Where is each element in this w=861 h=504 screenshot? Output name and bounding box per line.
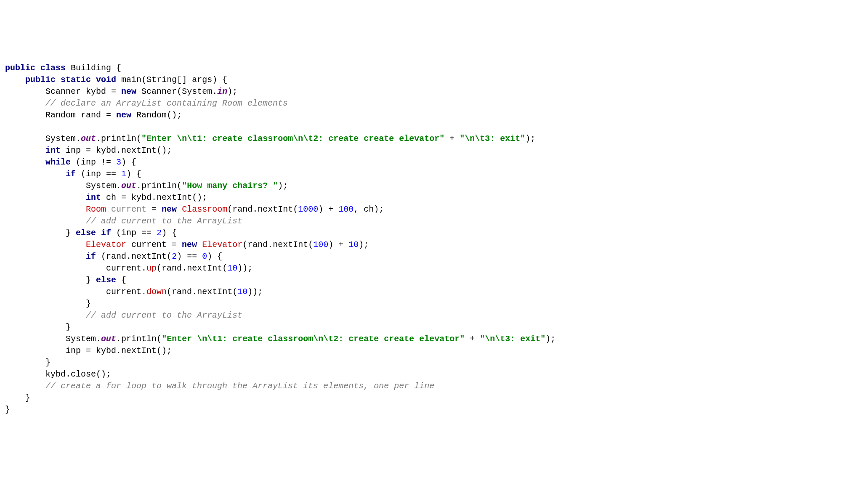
keyword: public xyxy=(5,63,35,73)
method: close xyxy=(71,369,96,379)
keyword: if xyxy=(86,252,96,261)
var: rand xyxy=(106,252,126,261)
method: nextInt xyxy=(273,240,308,249)
method: println xyxy=(101,134,136,143)
var-unused: current xyxy=(111,204,146,214)
var: kybd xyxy=(45,369,66,379)
class-ref: System xyxy=(86,181,116,191)
keyword: int xyxy=(45,146,61,155)
keyword: static xyxy=(61,75,91,85)
var: inp xyxy=(121,228,136,238)
string: "Enter \n\t1: create classroom\n\t2: cre… xyxy=(162,334,465,344)
string: "\n\t3: exit" xyxy=(460,134,525,143)
keyword: else xyxy=(76,228,96,238)
type: Random xyxy=(45,110,76,120)
class-ref: System xyxy=(182,87,212,96)
var: kybd xyxy=(131,193,151,202)
method: nextInt xyxy=(258,204,293,214)
method: nextInt xyxy=(187,263,222,273)
field: out xyxy=(101,334,116,344)
method: down xyxy=(146,287,167,297)
comment: // declare an ArrayList containing Room … xyxy=(45,98,288,108)
var: rand xyxy=(247,240,268,249)
keyword: public xyxy=(25,75,56,85)
var: rand xyxy=(162,263,182,273)
comment: // create a for loop to walk through the… xyxy=(45,381,434,391)
method: nextInt xyxy=(121,346,157,355)
var: kybd xyxy=(86,87,106,96)
var: rand xyxy=(81,110,101,120)
method: nextInt xyxy=(197,287,232,297)
type: Room xyxy=(86,204,106,214)
keyword: new xyxy=(121,87,136,96)
method: up xyxy=(146,263,157,273)
var: inp xyxy=(81,157,96,167)
number: 1 xyxy=(121,169,126,179)
type: String xyxy=(146,75,177,85)
method-name: main xyxy=(121,75,141,85)
keyword: new xyxy=(182,240,197,249)
string: "Enter \n\t1: create classroom\n\t2: cre… xyxy=(141,134,444,143)
number: 10 xyxy=(227,263,237,273)
number: 1000 xyxy=(298,204,318,214)
keyword: void xyxy=(96,75,116,85)
var: current xyxy=(131,240,167,249)
keyword: else xyxy=(96,275,116,285)
number: 2 xyxy=(157,228,162,238)
class-ref: System xyxy=(45,134,76,143)
number: 0 xyxy=(202,252,207,261)
type: Scanner xyxy=(141,87,177,96)
keyword: if xyxy=(101,228,111,238)
field: in xyxy=(217,87,227,96)
method: println xyxy=(141,181,177,191)
comment: // add current to the ArrayList xyxy=(86,216,242,226)
var: kybd xyxy=(96,146,116,155)
var: current xyxy=(106,287,141,297)
number: 100 xyxy=(313,240,328,249)
keyword: if xyxy=(66,169,76,179)
keyword: new xyxy=(116,110,131,120)
keyword: new xyxy=(162,204,177,214)
keyword: class xyxy=(40,63,66,73)
var: inp xyxy=(86,169,101,179)
comment: // add current to the ArrayList xyxy=(86,310,242,320)
var: rand xyxy=(172,287,192,297)
keyword: while xyxy=(45,157,71,167)
number: 2 xyxy=(172,252,177,261)
type: Scanner xyxy=(45,87,81,96)
number: 10 xyxy=(348,240,359,249)
type: Classroom xyxy=(182,204,227,214)
field: out xyxy=(81,134,96,143)
method: println xyxy=(121,334,157,344)
class-ref: System xyxy=(66,334,96,344)
number: 100 xyxy=(338,204,353,214)
number: 10 xyxy=(237,287,247,297)
var: rand xyxy=(232,204,252,214)
type: Elevator xyxy=(86,240,126,249)
param: args xyxy=(192,75,212,85)
var: current xyxy=(106,263,141,273)
var: ch xyxy=(106,193,116,202)
method: nextInt xyxy=(121,146,157,155)
code-block: public class Building { public static vo… xyxy=(5,50,856,416)
method: nextInt xyxy=(131,252,167,261)
type: Random xyxy=(136,110,167,120)
string: "How many chairs? " xyxy=(182,181,278,191)
type: Elevator xyxy=(202,240,242,249)
number: 3 xyxy=(116,157,121,167)
class-name: Building xyxy=(71,63,111,73)
string: "\n\t3: exit" xyxy=(480,334,545,344)
var: ch xyxy=(364,204,374,214)
var: kybd xyxy=(96,346,116,355)
var: inp xyxy=(66,146,81,155)
var: inp xyxy=(66,346,81,355)
keyword: int xyxy=(86,193,101,202)
field: out xyxy=(121,181,136,191)
method: nextInt xyxy=(157,193,192,202)
